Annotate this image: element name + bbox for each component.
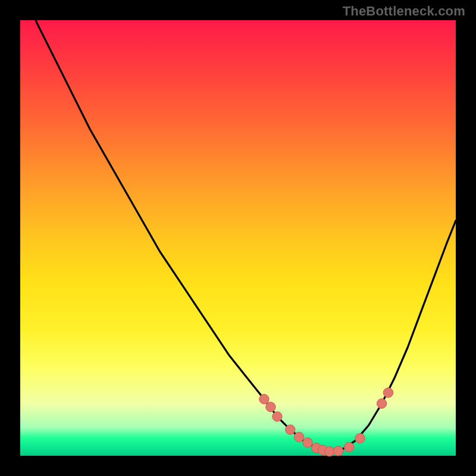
curve-marker: [259, 394, 269, 404]
curve-marker: [286, 425, 295, 434]
curve-marker: [294, 432, 303, 441]
curve-marker: [383, 388, 393, 397]
chart-svg: [20, 20, 456, 456]
curve-marker: [266, 402, 275, 412]
marker-group: [259, 388, 393, 456]
curve-marker: [273, 412, 282, 421]
chart-stage: TheBottleneck.com: [0, 0, 476, 476]
curve-marker: [355, 434, 365, 443]
curve-marker: [303, 438, 312, 447]
watermark-label: TheBottleneck.com: [343, 4, 465, 19]
plot-area: [20, 20, 456, 456]
curve-marker: [333, 446, 343, 456]
curve-marker: [325, 447, 334, 456]
curve-marker: [377, 399, 386, 408]
bottleneck-curve: [20, 0, 456, 452]
curve-marker: [345, 442, 354, 452]
